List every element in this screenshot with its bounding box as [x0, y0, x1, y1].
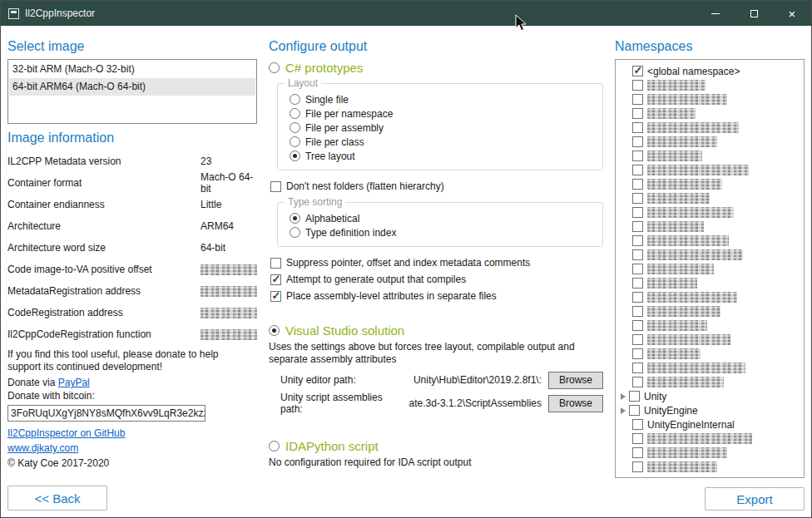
info-row: Container endiannessLittle — [7, 194, 257, 215]
checkbox-icon — [632, 193, 643, 204]
csharp-prototypes-radio[interactable]: C# prototypes — [269, 61, 603, 75]
namespace-item[interactable]: Unity — [619, 389, 800, 403]
checkbox-icon — [632, 207, 643, 218]
namespace-item[interactable] — [619, 92, 800, 106]
image-list-item[interactable]: 64-bit ARM64 (Mach-O 64-bit) — [9, 78, 255, 96]
back-button[interactable]: << Back — [7, 486, 107, 511]
close-icon: × — [789, 7, 796, 20]
info-row: Architecture word size64-bit — [7, 237, 257, 259]
namespace-item[interactable] — [619, 460, 800, 474]
checkbox-icon — [632, 94, 643, 105]
unity-editor-path-input[interactable]: :\Unity\Hub\Editor\2019.2.8f1 — [407, 374, 548, 386]
namespace-item[interactable] — [619, 248, 800, 262]
namespace-item[interactable] — [619, 304, 800, 318]
csharp-radio-icon — [269, 62, 280, 73]
namespace-item[interactable] — [619, 191, 800, 205]
image-list-item[interactable]: 32-bit ARM (Mach-O 32-bit) — [9, 61, 255, 78]
radio-option[interactable]: Single file — [290, 92, 594, 106]
type-sorting-options: AlphabeticalType definition index — [290, 211, 594, 239]
radio-label: Tree layout — [305, 150, 355, 162]
maximize-icon — [750, 10, 758, 17]
namespace-item[interactable] — [619, 205, 800, 220]
minimize-button[interactable] — [696, 1, 735, 26]
namespace-item[interactable] — [619, 432, 800, 446]
namespace-item[interactable] — [619, 220, 800, 234]
redacted-label — [647, 179, 722, 190]
flatten-checkbox-icon — [270, 181, 281, 192]
checkbox-icon — [632, 306, 643, 317]
checkbox-icon — [270, 274, 281, 285]
copyright-text: © Katy Coe 2017-2020 — [7, 456, 257, 470]
browse-script-button[interactable]: Browse — [548, 395, 603, 412]
namespace-item[interactable] — [619, 177, 800, 191]
checkbox-icon — [632, 179, 643, 190]
checkbox-option[interactable]: Suppress pointer, offset and index metad… — [270, 255, 603, 270]
info-row: Code image-to-VA positive offset — [7, 259, 257, 280]
namespace-item[interactable] — [619, 149, 800, 163]
output-checkboxes: Suppress pointer, offset and index metad… — [270, 255, 603, 303]
radio-label: File per class — [305, 136, 364, 148]
namespace-item[interactable] — [619, 347, 800, 361]
donate-text: If you find this tool useful, please don… — [7, 348, 252, 373]
info-label: Architecture word size — [7, 242, 201, 254]
maximize-button[interactable] — [735, 1, 773, 26]
namespace-item[interactable]: UnityEngineInternal — [619, 417, 800, 432]
redacted-label — [647, 122, 739, 133]
radio-option[interactable]: Tree layout — [290, 149, 594, 163]
namespace-item[interactable] — [619, 78, 800, 92]
namespace-item[interactable] — [619, 333, 800, 347]
checkbox-icon — [632, 221, 643, 232]
image-listbox[interactable]: 32-bit ARM (Mach-O 32-bit)64-bit ARM64 (… — [7, 59, 257, 124]
namespace-item[interactable] — [619, 163, 800, 177]
namespace-item[interactable] — [619, 106, 800, 121]
namespace-item[interactable] — [619, 290, 800, 304]
expander-icon[interactable] — [621, 393, 626, 400]
radio-option[interactable]: File per namespace — [290, 106, 594, 121]
redacted-label — [647, 461, 717, 472]
paypal-link[interactable]: PayPal — [58, 377, 90, 388]
image-info-title: Image information — [7, 131, 257, 146]
unity-script-path-input[interactable]: ate.3d-3.1.2\ScriptAssemblies — [407, 397, 548, 409]
namespace-item[interactable] — [619, 318, 800, 333]
namespace-item[interactable]: <global namespace> — [619, 64, 800, 78]
redacted-value — [201, 329, 257, 340]
radio-icon — [290, 94, 300, 105]
namespace-item[interactable] — [619, 446, 800, 460]
radio-option[interactable]: Alphabetical — [290, 211, 594, 225]
namespace-list[interactable]: <global namespace>UnityUnityEngineUnityE… — [615, 59, 805, 478]
website-link[interactable]: www.djkaty.com — [7, 442, 78, 454]
namespace-item[interactable] — [619, 361, 800, 375]
radio-option[interactable]: Type definition index — [290, 225, 594, 239]
flatten-checkbox[interactable]: Don't nest folders (flatten hierarchy) — [270, 179, 603, 194]
bitcoin-address-input[interactable]: 3FoRUqUXgYj8NY8sMQfhX6vv9LqR3e2kzz — [7, 405, 205, 422]
checkbox-option[interactable]: Attempt to generate output that compiles — [270, 272, 603, 287]
idapython-radio[interactable]: IDAPython script — [269, 439, 603, 453]
namespace-item[interactable]: UnityEngine — [619, 403, 800, 417]
namespace-item[interactable] — [619, 234, 800, 248]
radio-icon — [290, 150, 300, 161]
namespace-item[interactable] — [619, 262, 800, 276]
window-title: Il2CppInspector — [25, 7, 95, 19]
radio-option[interactable]: File per class — [290, 135, 594, 149]
checkbox-label: Attempt to generate output that compiles — [286, 274, 466, 285]
checkbox-option[interactable]: Place assembly-level attributes in separ… — [270, 289, 603, 303]
checkbox-icon — [632, 320, 643, 331]
redacted-label — [647, 94, 727, 105]
github-link[interactable]: Il2CppInspector on GitHub — [7, 427, 125, 439]
namespace-item[interactable] — [619, 121, 800, 135]
idapython-label: IDAPython script — [285, 439, 379, 453]
namespace-item[interactable] — [619, 375, 800, 389]
radio-option[interactable]: File per assembly — [290, 121, 594, 135]
visual-studio-radio[interactable]: Visual Studio solution — [269, 323, 603, 338]
close-button[interactable]: × — [773, 1, 811, 26]
checkbox-icon — [632, 377, 643, 387]
namespace-item[interactable] — [619, 135, 800, 149]
namespace-item[interactable] — [619, 276, 800, 290]
export-button[interactable]: Export — [705, 487, 805, 511]
redacted-value — [201, 286, 257, 297]
redacted-label — [647, 193, 710, 204]
expander-icon[interactable] — [621, 407, 626, 414]
info-value: ARM64 — [201, 220, 234, 232]
browse-editor-button[interactable]: Browse — [548, 372, 603, 389]
titlebar[interactable]: Il2CppInspector × — [1, 1, 811, 26]
